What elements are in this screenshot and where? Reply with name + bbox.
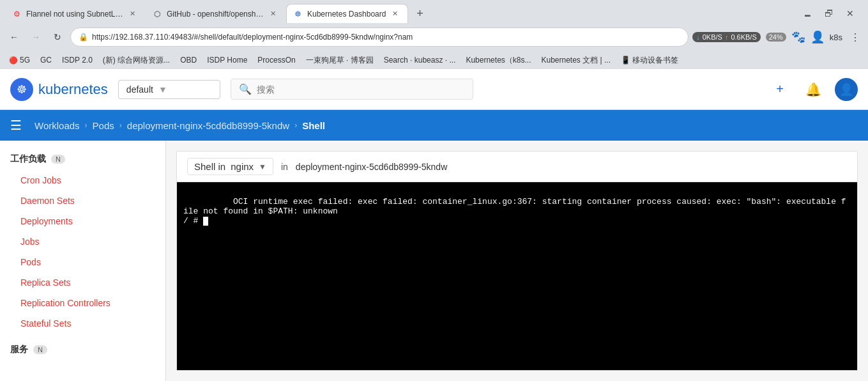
container-selector-arrow-icon: ▼ [259, 162, 266, 171]
profile-icon[interactable]: 👤 [811, 30, 825, 44]
extension-icon[interactable]: 🐾 [791, 30, 805, 44]
sidebar-item-pods[interactable]: Pods [0, 252, 165, 272]
sidebar-item-jobs[interactable]: Jobs [0, 231, 165, 252]
address-bar[interactable]: 🔒 https://192.168.37.110:49483/#/shell/d… [70, 27, 689, 47]
sidebar-workloads-header[interactable]: 工作负载 N [0, 148, 165, 170]
sidebar-item-replication-controllers[interactable]: Replication Controllers [0, 293, 165, 313]
namespace-dropdown-icon: ▼ [158, 84, 167, 95]
browser-chrome: ⚙ Flannel not using SubnetLe... ✕ ⬡ GitH… [0, 0, 868, 69]
minimize-button[interactable]: 🗕 [799, 7, 816, 20]
sidebar-workloads-badge: N [51, 155, 65, 164]
breadcrumb-sep-3: › [294, 121, 297, 130]
bookmark-obd[interactable]: OBD [176, 54, 201, 66]
sidebar-item-deployments[interactable]: Deployments [0, 211, 165, 231]
sidebar-item-replica-sets[interactable]: Replica Sets [0, 272, 165, 293]
back-button[interactable]: ← [5, 28, 23, 46]
bookmark-kubeasz[interactable]: Search · kubeasz · ... [380, 54, 460, 66]
sidebar-services-badge: N [33, 345, 47, 354]
content-area: 工作负载 N Cron Jobs Daemon Sets Deployments… [0, 141, 868, 381]
bookmark-5g-label: 5G [20, 56, 30, 65]
sidebar-item-stateful-sets[interactable]: Stateful Sets [0, 313, 165, 334]
tab-k8s-close[interactable]: ✕ [390, 9, 400, 19]
tab-github[interactable]: ⬡ GitHub - openshift/openshi... ✕ [146, 4, 286, 23]
bookmark-k8s-docs-label: Kubernetes（k8s... [466, 55, 531, 66]
breadcrumb-current: Shell [302, 120, 325, 131]
bookmark-k8s-docs-cn[interactable]: Kubernetes 文档 | ... [537, 54, 614, 67]
k8s-nav-bar: ☰ Workloads › Pods › deployment-nginx-5c… [0, 110, 868, 141]
tab-github-close[interactable]: ✕ [268, 9, 278, 19]
sidebar-workloads-label: 工作负载 [10, 153, 46, 165]
new-tab-button[interactable]: + [411, 4, 429, 22]
k8s-logo-text: kubernetes [38, 81, 108, 98]
bookmark-mobile-icon: 📱 [621, 56, 630, 65]
flannel-favicon: ⚙ [13, 10, 22, 19]
namespace-selector[interactable]: default ▼ [118, 80, 220, 99]
bookmark-k8s-docs-cn-label: Kubernetes 文档 | ... [541, 55, 611, 66]
bookmark-blog[interactable]: 一束狗尾草 · 博客园 [302, 54, 377, 67]
security-lock-icon: 🔒 [79, 33, 88, 42]
sidebar-item-daemon-sets[interactable]: Daemon Sets [0, 190, 165, 211]
shell-title-prefix: Shell in [194, 161, 225, 172]
bookmark-obd-label: OBD [180, 56, 197, 65]
add-button[interactable]: + [768, 78, 791, 101]
browser-menu-button[interactable]: ⋮ [848, 31, 863, 43]
bookmark-gc-label: GC [40, 56, 52, 65]
search-input[interactable] [257, 84, 465, 95]
bookmark-mobile-label: 移动设备书签 [632, 55, 678, 66]
bookmark-processon[interactable]: ProcessOn [254, 54, 299, 66]
bookmark-5g-icon: 🔴 [9, 56, 18, 65]
bookmark-isdp2[interactable]: ISDP 2.0 [58, 54, 96, 66]
bookmark-isdp2-label: ISDP 2.0 [62, 56, 93, 65]
download-speed-value: 0KB/S [703, 33, 722, 41]
k8s-favicon: ☸ [294, 10, 303, 19]
network-speed-badge: ↓ 0KB/S ↑ 0.6KB/S [692, 32, 761, 42]
container-selector[interactable]: Shell in nginx ▼ [187, 158, 273, 175]
bookmark-blog-label: 一束狗尾草 · 博客园 [306, 55, 374, 66]
breadcrumb-workloads[interactable]: Workloads [34, 120, 80, 131]
terminal[interactable]: OCI runtime exec failed: exec failed: co… [177, 182, 857, 370]
user-avatar-button[interactable]: 👤 [835, 78, 858, 101]
sidebar-services-header[interactable]: 服务 N [0, 339, 165, 361]
reload-button[interactable]: ↻ [49, 28, 66, 46]
tab-flannel[interactable]: ⚙ Flannel not using SubnetLe... ✕ [5, 4, 146, 23]
upload-speed-value: 0.6KB/S [731, 33, 756, 41]
header-right: + 🔔 👤 [768, 78, 858, 101]
bookmark-isdp-home-label: ISDP Home [207, 56, 247, 65]
bookmark-isdp-home[interactable]: ISDP Home [203, 54, 251, 66]
shell-panel: Shell in nginx ▼ in deployment-nginx-5cd… [176, 151, 858, 371]
restore-button[interactable]: 🗗 [821, 7, 837, 20]
search-icon: 🔍 [239, 83, 252, 95]
close-window-button[interactable]: ✕ [842, 7, 858, 20]
tab-k8s[interactable]: ☸ Kubernetes Dashboard ✕ [286, 4, 408, 23]
breadcrumb-pod-name[interactable]: deployment-nginx-5cd6db8999-5kndw [127, 120, 289, 131]
bookmark-network-label: (新) 综合网络资源... [103, 55, 170, 66]
k8s-header: ☸ kubernetes default ▼ 🔍 + 🔔 👤 [0, 69, 868, 110]
bookmark-gc[interactable]: GC [36, 54, 56, 66]
download-speed-icon: ↓ [696, 33, 700, 41]
bookmark-mobile[interactable]: 📱 移动设备书签 [617, 54, 682, 67]
k8s-logo-icon: ☸ [10, 78, 33, 101]
tab-flannel-label: Flannel not using SubnetLe... [26, 10, 123, 19]
k8s-logo: ☸ kubernetes [10, 78, 108, 101]
bookmark-processon-label: ProcessOn [257, 56, 295, 65]
bookmark-network[interactable]: (新) 综合网络资源... [99, 54, 174, 67]
tab-github-label: GitHub - openshift/openshi... [167, 10, 264, 19]
upload-speed-icon: ↑ [725, 33, 729, 41]
namespace-value: default [126, 84, 153, 95]
shell-pod-name: deployment-nginx-5cd6db8999-5kndw [296, 162, 447, 172]
search-box[interactable]: 🔍 [231, 79, 473, 100]
shell-header: Shell in nginx ▼ in deployment-nginx-5cd… [177, 152, 857, 182]
tab-flannel-close[interactable]: ✕ [127, 9, 137, 19]
breadcrumb-pods[interactable]: Pods [93, 120, 114, 131]
notifications-button[interactable]: 🔔 [802, 78, 825, 101]
sidebar-services-label: 服务 [10, 344, 28, 355]
hamburger-menu-button[interactable]: ☰ [10, 118, 22, 133]
sidebar-item-cron-jobs[interactable]: Cron Jobs [0, 170, 165, 190]
main-panel: Shell in nginx ▼ in deployment-nginx-5cd… [166, 141, 868, 381]
tab-k8s-label: Kubernetes Dashboard [307, 10, 386, 19]
bookmark-5g[interactable]: 🔴 5G [5, 54, 34, 66]
forward-button[interactable]: → [27, 28, 45, 46]
bookmark-k8s-docs[interactable]: Kubernetes（k8s... [462, 54, 535, 67]
container-name: nginx [231, 161, 254, 172]
terminal-cursor [203, 217, 208, 226]
